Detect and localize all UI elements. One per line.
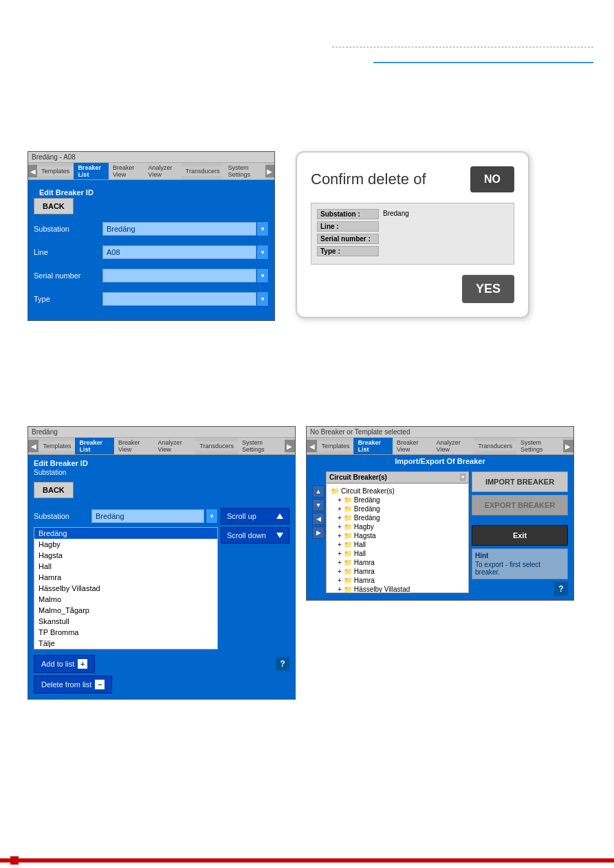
delete-from-list-button[interactable]: Delete from list −: [34, 676, 112, 693]
p4-tab-breaker-view[interactable]: Breaker View: [393, 438, 432, 454]
scroll-down-label: Scroll down: [227, 531, 266, 539]
folder-icon: 📁: [344, 586, 352, 593]
p4-tree-section: ▲ ▼ ◀ ▶ Circuit Breaker(s) ▼ 📁 Circuit B…: [312, 471, 469, 596]
p4-tab-breaker-list[interactable]: Breaker List: [353, 438, 393, 454]
p3-back-button[interactable]: BACK: [34, 482, 74, 498]
p3-tab-system-settings[interactable]: System Settings: [238, 438, 285, 454]
p4-tab-transducers[interactable]: Transducers: [474, 441, 516, 451]
import-export-panel: No Breaker or Template selected ◀ Templa…: [306, 426, 574, 601]
tab-analyzer-view[interactable]: Analyzer View: [144, 163, 182, 179]
confirm-line-row: Line :: [317, 221, 508, 232]
panel1-subtitle: Edit Breaker ID: [34, 186, 269, 198]
add-to-list-button[interactable]: Add to list +: [34, 655, 95, 673]
line-dropdown[interactable]: ▼: [256, 245, 269, 260]
scroll-up-arrow-icon: [276, 513, 283, 519]
confirm-header: Confirm delete of NO: [311, 166, 514, 192]
p3-substation-dropdown-btn[interactable]: ▼: [206, 509, 218, 524]
scroll-down-button[interactable]: Scroll down: [221, 527, 289, 544]
p4-arrow-right[interactable]: ▶: [312, 526, 325, 539]
nav-left-arrow[interactable]: ◀: [28, 165, 37, 177]
p4-tab-analyzer-view[interactable]: Analyzer View: [432, 438, 474, 454]
serial-dropdown[interactable]: ▼: [256, 268, 269, 283]
p4-nav-right-arrow[interactable]: ▶: [563, 440, 573, 452]
p3-tab-templates[interactable]: Templates: [39, 441, 75, 451]
tree-item[interactable]: + 📁 Hall: [329, 549, 465, 558]
p3-nav-right-arrow[interactable]: ▶: [285, 440, 295, 452]
list-item[interactable]: Tälje: [34, 638, 217, 649]
tree-dropdown-btn[interactable]: ▼: [460, 474, 465, 481]
list-item[interactable]: Bredäng: [34, 528, 217, 539]
folder-icon: 📁: [331, 487, 339, 495]
p3-nav-left-arrow[interactable]: ◀: [28, 440, 39, 452]
p4-tab-templates[interactable]: Templates: [317, 441, 353, 451]
tab-templates[interactable]: Templates: [37, 166, 74, 176]
expand-icon: +: [338, 514, 342, 522]
type-dropdown[interactable]: ▼: [256, 291, 269, 307]
p3-tab-analyzer-view[interactable]: Analyzer View: [154, 438, 196, 454]
p3-tab-breaker-list[interactable]: Breaker List: [75, 438, 114, 454]
line-field[interactable]: [102, 245, 256, 259]
list-item[interactable]: TP Bromma: [34, 627, 217, 638]
list-item[interactable]: Hagsta: [34, 550, 217, 561]
tree-item[interactable]: + 📁 Hagby: [329, 522, 465, 531]
tree-item[interactable]: + 📁 Hall: [329, 540, 465, 549]
serial-label: Serial number: [34, 271, 102, 280]
tree-item[interactable]: + 📁 Bredäng: [329, 504, 465, 513]
tree-item[interactable]: + 📁 Hagsta: [329, 531, 465, 540]
p3-tab-breaker-view[interactable]: Breaker View: [114, 438, 154, 454]
list-item[interactable]: Malmo: [34, 594, 217, 605]
tree-item[interactable]: + 📁 Bredäng: [329, 513, 465, 522]
p4-arrow-left[interactable]: ◀: [312, 513, 325, 525]
back-button[interactable]: BACK: [34, 198, 74, 214]
tree-item[interactable]: + 📁 Hamra: [329, 576, 465, 585]
panel4-title: No Breaker or Template selected: [307, 427, 573, 438]
tab-transducers[interactable]: Transducers: [182, 166, 224, 176]
tree-item[interactable]: + 📁 Bredäng: [329, 496, 465, 504]
export-breaker-button[interactable]: EXPORT BREAKER: [472, 495, 568, 515]
substation-field[interactable]: [102, 222, 256, 236]
tab-breaker-list[interactable]: Breaker List: [74, 163, 109, 179]
list-item[interactable]: Hamra: [34, 572, 217, 583]
list-item[interactable]: Hässelby Villastad: [34, 583, 217, 594]
panel1-nav: ◀ Templates Breaker List Breaker View An…: [28, 163, 274, 180]
tree-item[interactable]: + 📁 Hamra: [329, 567, 465, 576]
p4-arrow-down[interactable]: ▼: [312, 499, 325, 511]
tree-item[interactable]: 📁 Circuit Breaker(s): [329, 487, 465, 496]
confirm-yes-button[interactable]: YES: [462, 275, 514, 303]
tab-breaker-view[interactable]: Breaker View: [109, 163, 144, 179]
p3-substation-input[interactable]: [91, 509, 204, 523]
tab-system-settings[interactable]: System Settings: [223, 163, 265, 179]
tree-item[interactable]: + 📁 Hässelby Villastad: [329, 585, 465, 593]
serial-field[interactable]: [102, 269, 256, 282]
dashed-line: [332, 47, 593, 47]
confirm-no-button[interactable]: NO: [470, 166, 514, 192]
p3-tab-transducers[interactable]: Transducers: [195, 441, 238, 451]
serial-input-wrapper: ▼: [102, 268, 269, 283]
confirm-line-val: [379, 221, 387, 232]
list-item[interactable]: Hall: [34, 561, 217, 572]
line-row: Line ▼: [34, 245, 269, 260]
p4-nav-left-arrow[interactable]: ◀: [307, 440, 317, 452]
tree-item[interactable]: + 📁 Hamra: [329, 558, 465, 567]
p3-dropdown-list: Bredäng Hagby Hagsta Hall Hamra Hässelby…: [34, 527, 218, 649]
type-field[interactable]: [102, 292, 256, 306]
list-item[interactable]: Malmo_Tågarp: [34, 605, 217, 616]
list-item[interactable]: Hagby: [34, 539, 217, 550]
expand-icon: +: [338, 559, 342, 566]
list-item[interactable]: Skanstull: [34, 616, 217, 627]
expand-icon: +: [338, 523, 342, 531]
scroll-up-button[interactable]: Scroll up: [221, 508, 289, 524]
nav-right-arrow[interactable]: ▶: [265, 165, 274, 177]
confirm-serial-key: Serial number :: [317, 234, 379, 244]
import-breaker-button[interactable]: IMPORT BREAKER: [472, 471, 568, 492]
p4-tab-system-settings[interactable]: System Settings: [516, 438, 563, 454]
tree-view[interactable]: 📁 Circuit Breaker(s) + 📁 Bredäng + 📁 Bre…: [326, 483, 469, 593]
p4-help-button[interactable]: ?: [554, 582, 568, 596]
help-button[interactable]: ?: [276, 657, 289, 671]
p4-arrow-up[interactable]: ▲: [312, 485, 325, 498]
substation-input-wrapper: ▼: [102, 221, 269, 236]
panel1-content: Edit Breaker ID BACK Substation ▼ Line ▼…: [28, 180, 274, 320]
confirm-serial-row: Serial number :: [317, 234, 508, 244]
substation-dropdown[interactable]: ▼: [256, 221, 269, 236]
exit-button[interactable]: Exit: [472, 525, 568, 546]
